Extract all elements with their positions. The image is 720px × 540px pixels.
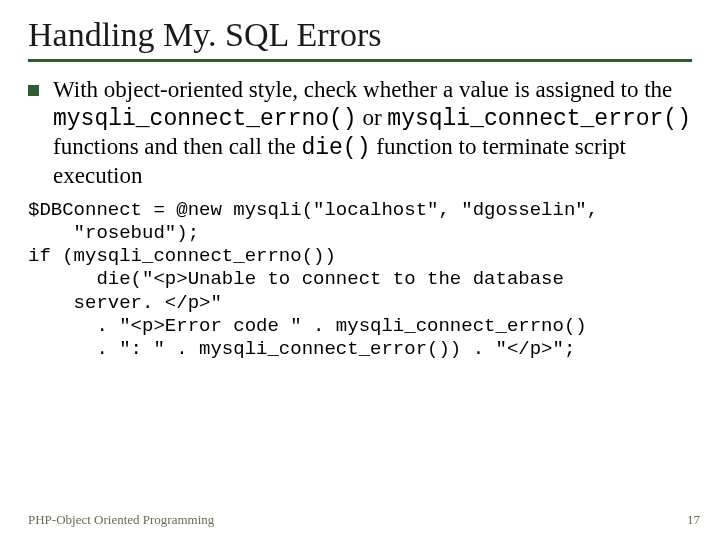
bullet-text-mid2: functions and then call the (53, 134, 301, 159)
slide-footer: PHP-Object Oriented Programming 17 (28, 512, 700, 528)
page-number: 17 (687, 512, 700, 528)
title-block: Handling My. SQL Errors (28, 14, 692, 62)
bullet-text-mid1: or (357, 105, 388, 130)
code-block: $DBConnect = @new mysqli("localhost", "d… (28, 199, 692, 361)
square-bullet-icon (28, 85, 39, 96)
bullet-item: With object-oriented style, check whethe… (28, 76, 692, 189)
bullet-text-pre: With object-oriented style, check whethe… (53, 77, 672, 102)
code-inline-error: mysqli_connect_error() (387, 106, 691, 132)
slide-body: With object-oriented style, check whethe… (28, 76, 692, 361)
code-inline-die: die() (301, 135, 370, 161)
footer-left: PHP-Object Oriented Programming (28, 512, 214, 528)
slide: Handling My. SQL Errors With object-orie… (0, 0, 720, 540)
slide-title: Handling My. SQL Errors (28, 16, 692, 53)
bullet-text: With object-oriented style, check whethe… (53, 76, 692, 189)
code-inline-errno: mysqli_connect_errno() (53, 106, 357, 132)
